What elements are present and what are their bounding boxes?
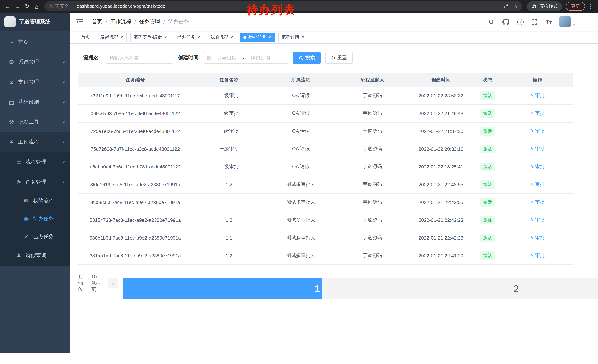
- font-size-icon[interactable]: TT: [546, 19, 552, 25]
- breadcrumb-item[interactable]: 首页 /: [92, 18, 110, 25]
- caret-down-icon: ▾: [98, 281, 100, 285]
- table-header-cell: 流程发起人: [336, 73, 408, 87]
- approve-link[interactable]: ✎ 审批: [530, 199, 545, 205]
- incognito-badge: 无痕模式: [527, 1, 562, 11]
- process-cell: OA 请假: [265, 140, 336, 158]
- action-cell: ✎ 审批: [502, 193, 573, 211]
- help-icon[interactable]: ?: [517, 19, 524, 25]
- tag[interactable]: 我的流程 ×: [207, 32, 237, 42]
- tag-close-icon[interactable]: ×: [164, 35, 167, 40]
- task-id-cell: 75d72608-7b7f-11ec-a3c8-acde48001122: [78, 140, 193, 158]
- tag-close-icon[interactable]: ×: [197, 35, 200, 40]
- browser-home-button[interactable]: ⌂: [32, 1, 42, 11]
- menu-chevron-icon: ∨: [62, 60, 65, 64]
- menu-item-icon: ⚙: [8, 59, 16, 65]
- main-area: 首页 / 工作流程 / 任务管理 /: [70, 13, 598, 364]
- page-number-button[interactable]: 2: [322, 278, 598, 299]
- tag[interactable]: 已办任务 ×: [174, 32, 203, 42]
- breadcrumb-label: 首页: [92, 18, 102, 25]
- tag[interactable]: 待办任务 ×: [240, 32, 274, 42]
- menu-item-label: 流程管理: [25, 159, 62, 166]
- breadcrumb-item[interactable]: 任务管理 /: [139, 18, 168, 25]
- security-label: 不安全: [55, 3, 69, 9]
- github-icon[interactable]: [503, 18, 510, 25]
- table-row: 75d72608-7b7f-11ec-a3c8-acde48001122 一级审…: [78, 140, 573, 158]
- approve-link[interactable]: ✎ 审批: [530, 163, 545, 170]
- sidebar-item[interactable]: ⚑ 任务管理 ∧: [0, 172, 70, 192]
- question-mark-icon: ?: [517, 19, 524, 25]
- prev-page-button[interactable]: ‹: [108, 278, 118, 289]
- date-range-picker[interactable]: ▦ -: [203, 52, 288, 64]
- table-header-cell: 任务名称: [193, 73, 265, 87]
- menu-item-label: 任务管理: [25, 179, 62, 186]
- browser-menu-icon[interactable]: ⋮: [588, 3, 594, 10]
- key-icon[interactable]: [504, 4, 509, 9]
- approve-link[interactable]: ✎ 审批: [530, 181, 545, 188]
- tag[interactable]: 流程表单-编辑 ×: [130, 32, 170, 42]
- fullscreen-icon[interactable]: [532, 19, 538, 25]
- avatar-caret-icon: ▾: [573, 23, 575, 27]
- status-badge: 激活: [480, 216, 495, 224]
- approve-link[interactable]: ✎ 审批: [530, 92, 545, 99]
- menu-item-label: 请假查询: [25, 252, 65, 259]
- browser-update-button[interactable]: 更新: [566, 2, 585, 11]
- sidebar-item[interactable]: ◔ 首页: [0, 32, 70, 52]
- approve-link[interactable]: ✎ 审批: [530, 146, 545, 152]
- tag[interactable]: 发起流程 ×: [97, 32, 126, 42]
- not-secure-warning-icon: ⚠: [49, 4, 53, 9]
- browser-reload-button[interactable]: ↻: [22, 1, 32, 11]
- search-button[interactable]: 搜索: [293, 52, 321, 64]
- breadcrumb-item[interactable]: 待办任务: [168, 18, 189, 25]
- start-date-input[interactable]: [212, 55, 242, 61]
- sidebar-item[interactable]: ¥ 支付管理 ∨: [0, 72, 70, 92]
- sidebar-item[interactable]: ▤ 基础设施 ∨: [0, 92, 70, 112]
- create-time-cell: 2022-01-22 20:33:10: [408, 140, 473, 158]
- sidebar-item[interactable]: ✉ 我的流程: [0, 192, 70, 210]
- approve-link[interactable]: ✎ 审批: [530, 110, 545, 117]
- browser-back-button[interactable]: ←: [3, 1, 13, 11]
- end-date-input[interactable]: [245, 55, 275, 61]
- task-name-cell: 一级审批: [193, 140, 265, 158]
- approve-link[interactable]: ✎ 审批: [530, 128, 545, 134]
- sidebar-item[interactable]: ⚒ 研发工具 ∨: [0, 112, 70, 132]
- search-icon[interactable]: [489, 19, 495, 25]
- sidebar-item[interactable]: ◉ 待办任务: [0, 210, 70, 228]
- sidebar-item[interactable]: ✔ 已办任务: [0, 228, 70, 245]
- status-badge: 激活: [480, 198, 495, 206]
- status-badge: 激活: [480, 91, 495, 100]
- tag-close-icon[interactable]: ×: [120, 35, 123, 40]
- app-logo[interactable]: 芋道管理系统: [0, 13, 70, 31]
- task-name-cell: 1.2: [193, 247, 265, 264]
- task-name-cell: 一级审批: [193, 122, 265, 140]
- menu-chevron-icon: ∨: [62, 120, 65, 124]
- tag-close-icon[interactable]: ×: [302, 35, 304, 40]
- table-row: 58154733-7ac8-11ec-a9e2-a2380e71991a 1.2…: [78, 211, 573, 229]
- action-cell: ✎ 审批: [502, 87, 573, 105]
- sidebar-item[interactable]: ⊞ 工作流程 ∧: [0, 132, 70, 152]
- tag-close-icon[interactable]: ×: [231, 35, 233, 40]
- create-time-cell: 2022-01-22 18:25:41: [408, 158, 473, 176]
- process-name-input[interactable]: [106, 52, 172, 64]
- approve-link[interactable]: ✎ 审批: [530, 235, 545, 241]
- edit-icon: ✎: [530, 164, 534, 169]
- tag[interactable]: 流程详情 ×: [278, 32, 308, 42]
- page-size-select[interactable]: 10条/页 ▾: [88, 278, 104, 289]
- sidebar-toggle-button[interactable]: [76, 19, 83, 25]
- sidebar-item[interactable]: ♟ 请假查询: [0, 245, 70, 266]
- reset-button[interactable]: ↻ 重置: [325, 52, 353, 64]
- tag[interactable]: 首页: [78, 32, 93, 42]
- tag-close-icon[interactable]: ×: [268, 35, 271, 40]
- table-row: 381aa1dd-7ac8-11ec-a9e2-a2380e71991a 1.2…: [78, 247, 573, 264]
- approve-link[interactable]: ✎ 审批: [530, 217, 545, 223]
- bookmark-star-icon[interactable]: ☆: [513, 3, 518, 9]
- sidebar-item[interactable]: ⚙ 系统管理 ∨: [0, 52, 70, 72]
- breadcrumb-label: 工作流程: [110, 18, 131, 25]
- breadcrumb-item[interactable]: 工作流程 /: [110, 18, 139, 25]
- sidebar-item[interactable]: ≣ 流程管理 ∨: [0, 152, 70, 172]
- user-avatar[interactable]: [559, 16, 571, 27]
- browser-forward-button[interactable]: →: [13, 1, 22, 11]
- create-time-cell: 2022-01-21 22:42:23: [408, 211, 473, 229]
- approve-link[interactable]: ✎ 审批: [530, 252, 545, 259]
- total-count: 共 16 条: [78, 274, 83, 293]
- create-time-cell: 2022-01-21 22:43:55: [408, 193, 473, 211]
